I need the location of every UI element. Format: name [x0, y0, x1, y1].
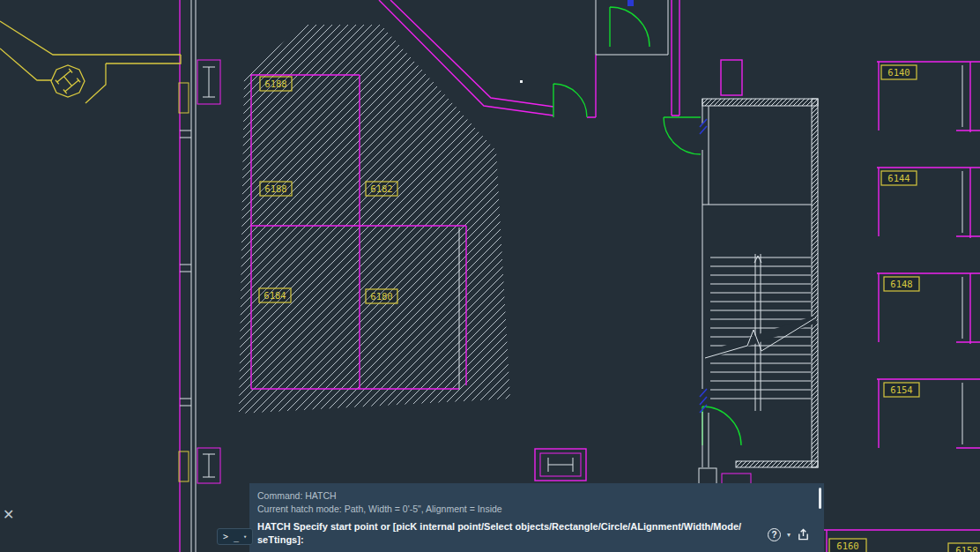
room-tag-label: 6148: [890, 279, 912, 289]
blue-wall-tick: [627, 0, 634, 6]
door-arc: [610, 7, 650, 47]
door-arc: [553, 84, 587, 117]
room-tag[interactable]: 6182: [366, 182, 397, 196]
room-tag[interactable]: 6158: [948, 543, 980, 552]
room-tag-label: 6184: [264, 290, 286, 301]
stair-wall-bottom: [736, 461, 818, 467]
column-ibeam: [203, 67, 215, 97]
room-tag[interactable]: 6188: [260, 77, 292, 91]
autocad-canvas[interactable]: 6188 6188 6182 6184 6180 6140 6144 6148: [0, 0, 980, 552]
stair-wall-right: [812, 99, 818, 467]
room-tag-label: 6158: [955, 545, 977, 552]
command-prompt[interactable]: HATCH Specify start point or [picK inter…: [257, 520, 812, 547]
command-prompt-line: HATCH Specify start point or [picK inter…: [257, 520, 812, 533]
top-room-walls[interactable]: [596, 0, 668, 55]
yellow-corridor[interactable]: [0, 21, 181, 103]
close-icon[interactable]: ✕: [3, 508, 14, 522]
room-tag-label: 6140: [887, 67, 909, 78]
stair-stringer: [754, 254, 761, 411]
room-tag[interactable]: 6154: [884, 383, 919, 397]
bottom-column[interactable]: [535, 449, 586, 481]
chevron-down-icon[interactable]: ▾: [787, 532, 791, 539]
door-arcs[interactable]: [553, 7, 741, 445]
room-tag[interactable]: 6180: [366, 289, 397, 303]
left-corridor-walls[interactable]: [179, 0, 220, 552]
room-tag-label: 6160: [836, 541, 858, 551]
chevron-down-icon[interactable]: ▾: [243, 533, 247, 541]
door-arc: [664, 117, 701, 154]
room-tag-label: 6154: [890, 384, 912, 395]
command-input-label: > _: [223, 532, 239, 541]
column-ibeam: [548, 458, 573, 472]
share-icon[interactable]: [797, 528, 810, 541]
command-input-toggle[interactable]: > _ ▾: [217, 528, 253, 545]
pick-point-dot: [520, 80, 523, 83]
column-ibeam: [203, 454, 215, 477]
room-tag[interactable]: 6188: [260, 182, 292, 196]
room-tag-label: 6180: [370, 291, 392, 302]
stairwell[interactable]: [702, 99, 818, 467]
command-history-line: Command: HATCH: [257, 489, 812, 503]
drawing-viewport[interactable]: 6188 6188 6182 6184 6180 6140 6144 6148: [0, 0, 980, 552]
command-history-line: Current hatch mode: Path, Width = 0'-5",…: [257, 503, 812, 516]
room-tag[interactable]: 6160: [829, 539, 866, 552]
room-tag[interactable]: 6140: [881, 65, 917, 79]
help-icon[interactable]: ?: [768, 528, 781, 541]
room-tag-label: 6144: [887, 173, 909, 183]
room-tag[interactable]: 6148: [884, 277, 919, 291]
right-rooms-walls[interactable]: [820, 62, 980, 552]
stair-blue-ticks: [700, 119, 707, 413]
room-tag-label: 6182: [370, 183, 392, 194]
command-prompt-line: seTtings]:: [257, 533, 812, 547]
room-tag[interactable]: 6184: [259, 288, 291, 302]
column-ibeam: [56, 69, 80, 93]
command-scrollbar[interactable]: [819, 488, 821, 509]
room-tag-label: 6188: [264, 183, 286, 194]
room-tag[interactable]: 6144: [881, 171, 917, 185]
command-panel: Command: HATCH Current hatch mode: Path,…: [249, 483, 824, 552]
stair-wall-top: [702, 99, 818, 106]
room-tag-label: 6188: [264, 78, 286, 89]
